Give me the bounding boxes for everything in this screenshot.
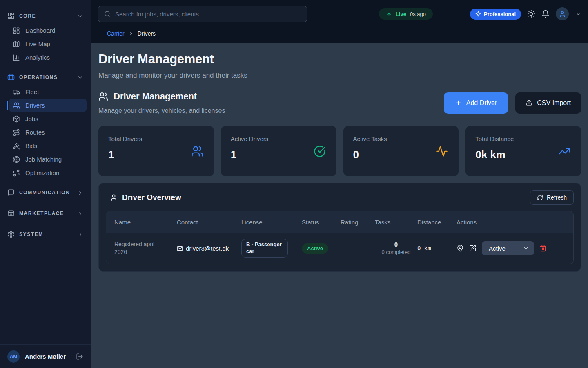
column-header-status: Status (302, 211, 341, 233)
live-label: Live (396, 11, 406, 17)
refresh-icon (537, 195, 543, 201)
item-label: Job Matching (25, 156, 62, 163)
section-label: COMMUNICATION (19, 190, 70, 195)
driver-email: driver3@test.dk (186, 245, 229, 252)
sidebar-item-dashboard[interactable]: Dashboard (9, 24, 87, 37)
item-label: Drivers (25, 102, 45, 109)
sidebar-item-drivers[interactable]: Drivers (9, 99, 87, 112)
chevron-right-icon (128, 31, 134, 36)
sidebar-item-job-matching[interactable]: Job Matching (9, 153, 87, 166)
chevron-down-icon (77, 13, 83, 19)
column-header-contact: Contact (177, 211, 241, 233)
chevron-down-icon (575, 11, 581, 17)
gear-icon (7, 231, 15, 238)
add-driver-button[interactable]: Add Driver (444, 92, 508, 114)
logout-button[interactable] (76, 353, 83, 360)
topbar: Live 0s ago Professional (91, 0, 588, 43)
sidebar-section-core[interactable]: CORE (0, 8, 91, 24)
stat-value: 0k km (475, 148, 571, 161)
stat-label: Total Drivers (108, 135, 204, 142)
sidebar-item-bids[interactable]: Bids (9, 139, 87, 153)
live-status-badge: Live 0s ago (379, 8, 433, 20)
user-icon (559, 11, 566, 18)
user-icon (110, 194, 118, 202)
sidebar-section-communication[interactable]: COMMUNICATION (0, 185, 91, 200)
check-circle-icon (314, 145, 326, 157)
item-label: Analytics (25, 54, 50, 61)
avatar: AM (7, 350, 20, 363)
row-actions: Active (457, 241, 573, 255)
license-badge: B - Passenger car (241, 239, 288, 258)
section-label: SYSTEM (19, 231, 43, 237)
locate-driver-button[interactable] (457, 245, 464, 252)
status-badge: Active (302, 243, 328, 254)
edit-driver-button[interactable] (469, 245, 477, 252)
mail-icon (177, 245, 183, 251)
item-label: Optimization (25, 169, 59, 176)
sidebar: CORE Dashboard Live Map Analytics OPERAT… (0, 0, 91, 368)
driver-status-select[interactable]: Active (482, 241, 534, 255)
item-label: Bids (25, 142, 37, 149)
breadcrumb-carrier-link[interactable]: Carrier (107, 30, 125, 37)
live-time: 0s ago (410, 11, 426, 17)
wifi-icon (386, 11, 392, 17)
csv-import-button[interactable]: CSV Import (515, 92, 581, 114)
users-icon (13, 102, 20, 109)
stat-card-active-tasks: Active Tasks 0 (343, 126, 459, 176)
user-avatar-button[interactable] (556, 7, 569, 20)
stats-cards: Total Drivers 1 Active Drivers 1 Active … (98, 126, 581, 176)
sidebar-item-optimization[interactable]: Optimization (9, 166, 87, 180)
column-header-tasks: Tasks (375, 211, 417, 233)
sidebar-section-marketplace[interactable]: MARKETPLACE (0, 206, 91, 221)
sidebar-item-routes[interactable]: Routes (9, 126, 87, 139)
search-box[interactable] (98, 6, 307, 22)
search-input[interactable] (115, 11, 301, 18)
gavel-icon (13, 142, 20, 150)
sidebar-item-live-map[interactable]: Live Map (9, 37, 87, 51)
sidebar-item-fleet[interactable]: Fleet (9, 85, 87, 99)
section-label: OPERATIONS (19, 74, 58, 80)
driver-distance: 0 km (417, 233, 457, 264)
plan-label: Professional (484, 11, 516, 17)
driver-overview-panel: Driver Overview Refresh Name (98, 183, 581, 272)
user-menu-chevron[interactable] (575, 11, 581, 17)
analytics-icon (13, 54, 20, 61)
stat-value: 1 (108, 148, 204, 161)
sidebar-section-operations[interactable]: OPERATIONS (0, 70, 91, 85)
csv-import-label: CSV Import (537, 99, 571, 107)
column-header-license: License (241, 211, 302, 233)
sidebar-section-system[interactable]: SYSTEM (0, 227, 91, 242)
driver-rating: - (341, 233, 375, 264)
refresh-label: Refresh (547, 194, 567, 201)
stat-label: Active Tasks (353, 135, 449, 142)
stat-value: 0 (353, 148, 449, 161)
sidebar-user: AM Anders Møller (0, 344, 91, 368)
section-label: CORE (19, 13, 36, 19)
map-icon (13, 40, 20, 48)
logout-icon (76, 353, 83, 360)
target-icon (13, 156, 20, 163)
section-title: Driver Management (114, 91, 197, 102)
column-header-actions: Actions (457, 211, 573, 233)
driver-contact: driver3@test.dk (177, 245, 241, 252)
item-label: Jobs (25, 115, 38, 122)
delete-driver-button[interactable] (539, 245, 547, 252)
column-header-rating: Rating (341, 211, 375, 233)
add-driver-label: Add Driver (466, 99, 497, 107)
plus-icon (455, 99, 462, 106)
item-label: Fleet (25, 88, 39, 95)
sidebar-item-analytics[interactable]: Analytics (9, 51, 87, 64)
plan-badge[interactable]: Professional (470, 9, 521, 20)
notifications-button[interactable] (541, 10, 550, 18)
briefcase-icon (7, 74, 15, 81)
map-pin-icon (457, 245, 464, 252)
chevron-right-icon (77, 231, 83, 238)
sun-icon (527, 10, 535, 18)
sidebar-item-jobs[interactable]: Jobs (9, 112, 87, 126)
edit-icon (469, 245, 477, 252)
layout-grid-icon (7, 12, 15, 20)
driver-name: Registered april 2026 (106, 233, 177, 264)
refresh-button[interactable]: Refresh (530, 190, 574, 205)
theme-toggle-button[interactable] (527, 10, 535, 18)
item-label: Dashboard (25, 27, 55, 34)
